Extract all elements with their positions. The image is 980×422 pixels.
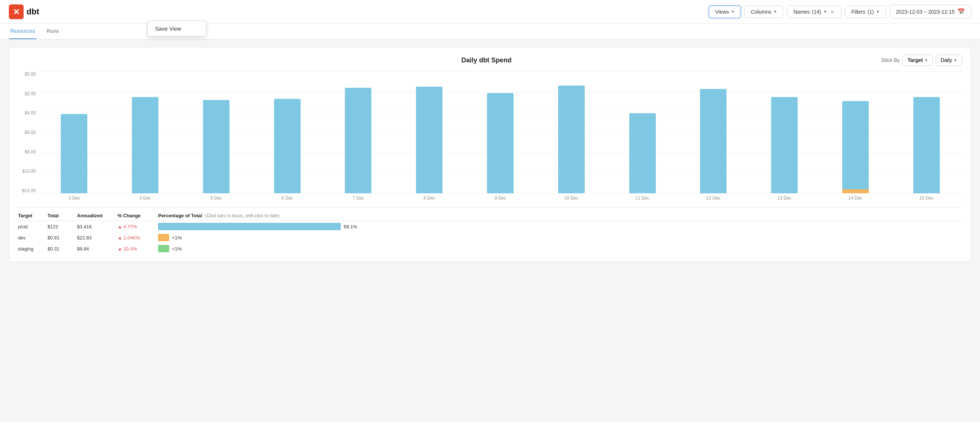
- names-clear-button[interactable]: ✕: [829, 9, 835, 15]
- calendar-icon: 📅: [958, 8, 965, 15]
- x-label-7: 10 Dec: [536, 194, 607, 205]
- slice-by-chevron-icon: ▼: [924, 58, 928, 62]
- header-controls: Views ▼ Columns ▼ Names (14) ▼ ✕ Filters…: [709, 5, 971, 18]
- y-label-6: $0.00: [18, 72, 39, 77]
- bar-group-6[interactable]: [465, 72, 536, 193]
- granularity-chevron-icon: ▼: [953, 58, 957, 62]
- legend-col-target: Target: [18, 213, 48, 218]
- legend-row-prod: prod $122 $3.41K ▲ 4.77% 99.1%: [18, 221, 962, 232]
- views-chevron-icon: ▼: [731, 10, 735, 14]
- legend-annualized-dev: $22.83: [77, 235, 118, 240]
- chart-card: Daily dbt Spend Slice By Target ▼ Daily …: [9, 47, 971, 262]
- y-label-5: $2.00: [18, 91, 39, 96]
- bar-group-0[interactable]: [39, 72, 110, 193]
- columns-button[interactable]: Columns ▼: [745, 6, 783, 18]
- filters-button[interactable]: Filters (1) ▼: [845, 6, 886, 18]
- slice-by-button[interactable]: Target ▼: [903, 54, 933, 66]
- x-label-4: 7 Dec: [323, 194, 394, 205]
- legend-change-staging: ▲ 10.4%: [118, 246, 158, 252]
- legend-pct-staging: <1%: [158, 245, 962, 252]
- legend-target-staging: staging: [18, 246, 48, 252]
- bar-group-4[interactable]: [323, 72, 394, 193]
- legend-pct-dev: <1%: [158, 234, 962, 241]
- y-axis: $12.00 $10.00 $8.00 $6.00 $4.00 $2.00 $0…: [18, 72, 39, 193]
- arrow-up-icon: ▲: [118, 224, 123, 229]
- legend-col-total: Total: [48, 213, 77, 218]
- y-label-0: $12.00: [18, 188, 39, 193]
- y-label-4: $4.00: [18, 110, 39, 115]
- x-labels: 3 Dec4 Dec5 Dec6 Dec7 Dec8 Dec9 Dec10 De…: [39, 194, 962, 205]
- pct-label-dev: <1%: [172, 235, 181, 240]
- legend-col-change: % Change: [118, 213, 158, 218]
- bar-group-1[interactable]: [110, 72, 181, 193]
- x-label-1: 4 Dec: [110, 194, 181, 205]
- x-label-0: 3 Dec: [39, 194, 110, 205]
- chart-header: Daily dbt Spend Slice By Target ▼ Daily …: [18, 54, 962, 66]
- legend-annualized-staging: $8.84: [77, 246, 118, 252]
- filters-chevron-icon: ▼: [876, 10, 880, 14]
- views-dropdown-menu: Save View: [147, 21, 206, 37]
- x-label-2: 5 Dec: [181, 194, 252, 205]
- legend-change-prod: ▲ 4.77%: [118, 224, 158, 229]
- legend-row-staging: staging $0.31 $8.84 ▲ 10.4% <1%: [18, 243, 962, 254]
- legend-total-staging: $0.31: [48, 246, 77, 252]
- bar-group-5[interactable]: [394, 72, 465, 193]
- x-label-6: 9 Dec: [465, 194, 536, 205]
- nav-tabs: Resources Runs: [0, 24, 980, 40]
- logo-area: ✕ dbt: [9, 5, 39, 19]
- legend-total-prod: $122: [48, 224, 77, 229]
- pct-bar-dev: [158, 234, 169, 241]
- x-label-10: 13 Dec: [749, 194, 820, 205]
- bar-group-3[interactable]: [251, 72, 323, 193]
- legend-change-dev: ▲ 1.04K%: [118, 235, 158, 240]
- x-label-3: 6 Dec: [251, 194, 323, 205]
- x-label-9: 12 Dec: [678, 194, 749, 205]
- chart-area: $12.00 $10.00 $8.00 $6.00 $4.00 $2.00 $0…: [18, 72, 962, 205]
- pct-label-prod: 99.1%: [344, 224, 357, 229]
- bar-group-2[interactable]: [181, 72, 252, 193]
- bar-group-9[interactable]: [678, 72, 749, 193]
- legend-row-dev: dev $0.81 $22.83 ▲ 1.04K% <1%: [18, 232, 962, 243]
- x-label-8: 11 Dec: [607, 194, 678, 205]
- legend-pct-prod: 99.1%: [158, 223, 962, 230]
- main-content: Daily dbt Spend Slice By Target ▼ Daily …: [0, 40, 980, 269]
- chart-controls: Slice By Target ▼ Daily ▼: [881, 54, 962, 66]
- x-label-11: 14 Dec: [820, 194, 891, 205]
- legend-rows: prod $122 $3.41K ▲ 4.77% 99.1% dev $0.81…: [18, 221, 962, 254]
- bar-group-12[interactable]: [891, 72, 962, 193]
- app-name: dbt: [27, 7, 39, 17]
- tab-runs[interactable]: Runs: [45, 24, 60, 39]
- y-label-3: $6.00: [18, 130, 39, 135]
- arrow-up-icon: ▲: [118, 246, 123, 252]
- granularity-button[interactable]: Daily ▼: [936, 54, 962, 66]
- header: ✕ dbt Views ▼ Columns ▼ Names (14) ▼ ✕ F…: [0, 0, 980, 24]
- bar-group-8[interactable]: [607, 72, 678, 193]
- pct-bar-prod: [158, 223, 341, 230]
- x-label-12: 15 Dec: [891, 194, 962, 205]
- arrow-up-icon: ▲: [118, 235, 123, 240]
- legend-col-pct: Percentage of Total (Click bars to focus…: [158, 213, 962, 218]
- bar-group-7[interactable]: [536, 72, 607, 193]
- legend-total-dev: $0.81: [48, 235, 77, 240]
- legend-target-prod: prod: [18, 224, 48, 229]
- names-chevron-icon: ▼: [823, 10, 827, 14]
- columns-chevron-icon: ▼: [774, 10, 777, 14]
- chart-plot: [39, 72, 962, 193]
- bar-group-10[interactable]: [749, 72, 820, 193]
- y-label-2: $8.00: [18, 149, 39, 155]
- y-label-1: $10.00: [18, 169, 39, 174]
- slice-by-label: Slice By: [881, 57, 900, 63]
- legend-target-dev: dev: [18, 235, 48, 240]
- names-button[interactable]: Names (14) ▼ ✕: [787, 6, 841, 18]
- chart-title: Daily dbt Spend: [92, 56, 881, 64]
- date-range-button[interactable]: 2023-12-03 ~ 2023-12-15 📅: [890, 5, 971, 18]
- save-view-item[interactable]: Save View: [148, 21, 206, 36]
- svg-text:✕: ✕: [13, 7, 19, 16]
- views-button[interactable]: Views ▼: [709, 6, 741, 18]
- legend-table: Target Total Annualized % Change Percent…: [18, 207, 962, 254]
- pct-bar-staging: [158, 245, 169, 252]
- tab-resources[interactable]: Resources: [9, 24, 37, 39]
- legend-header: Target Total Annualized % Change Percent…: [18, 211, 962, 221]
- bar-group-11[interactable]: [820, 72, 891, 193]
- legend-col-annualized: Annualized: [77, 213, 118, 218]
